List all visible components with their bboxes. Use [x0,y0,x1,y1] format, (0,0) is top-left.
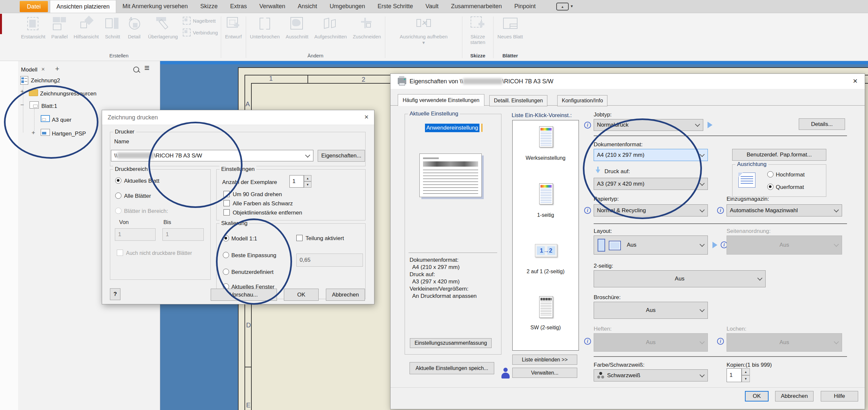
broschuere-combo[interactable]: Aus [594,302,708,319]
info-icon[interactable]: i [584,338,591,345]
hilfsansicht-button[interactable]: Hilfsansicht [70,13,102,39]
tree-expand-icon[interactable]: + [20,89,24,94]
querformat-radio[interactable] [767,184,774,190]
abbrechen-button[interactable]: Abbrechen [775,391,813,402]
help-icon[interactable]: ? [110,288,120,300]
spin-up-icon[interactable]: ▲ [742,368,750,375]
tree-item-blatt1[interactable]: Blatt:1 [41,103,57,109]
nagelbrett-button[interactable]: Nagelbrett [183,17,218,25]
zuschneiden-button[interactable]: Zuschneiden [350,13,384,39]
expand-arrow-icon[interactable] [708,122,712,128]
benutzerdefiniert-radio[interactable] [223,269,229,275]
add-tab-icon[interactable]: + [55,65,59,73]
eigenschaften-button[interactable]: Eigenschaften... [318,150,365,162]
ok-button[interactable]: OK [745,391,769,402]
aufgeschnitten-button[interactable]: Aufgeschnitten [311,13,350,39]
browser-menu-icon[interactable]: ≡ [145,63,150,73]
verbindung-button[interactable]: Verbindung [183,28,218,37]
tree-item-a3-quer[interactable]: A3 quer [52,117,71,123]
parallel-button[interactable]: Parallel [48,13,70,39]
details-button[interactable]: Details... [799,118,845,130]
schnitt-button[interactable]: Schnitt [102,13,123,39]
info-icon[interactable]: i [717,207,724,214]
alle-blaetter-radio[interactable] [115,193,121,199]
vorschau-button[interactable]: Vorschau... [211,289,277,301]
ok-button[interactable]: OK [284,289,319,301]
ausschnitt-button[interactable]: Ausschnitt [283,13,311,39]
preset-sw-2-seitig[interactable]: SW (2-seitig) [513,325,579,330]
benutzerdef-papierformat-button[interactable]: Benutzerdef. Pap.format... [732,149,826,161]
neues-blatt-button[interactable]: Neues Blatt [495,13,526,39]
aktuelle-einstellungen-speichern-button[interactable]: Aktuelle Einstellungen speich... [409,362,494,374]
tab-konfiguration-info[interactable]: Konfiguration/Info [557,95,608,106]
ueberlagerung-button[interactable]: Überlagerung [145,13,181,39]
menu-tab-vault[interactable]: Vault [420,0,445,13]
hilfe-button[interactable]: Hilfe [821,391,858,402]
menu-tab-erste-schritte[interactable]: Erste Schritte [371,0,419,13]
info-icon[interactable]: i [584,122,591,129]
preset-werkseinstellung[interactable]: Werkseinstellung [513,155,579,161]
skalierung-wert-field[interactable]: 0,65 [296,254,363,267]
menu-tab-extras[interactable]: Extras [224,0,253,13]
hochformat-radio[interactable] [767,171,774,178]
tree-item-zeichnung2[interactable]: Zeichnung2 [31,77,60,84]
entwurf-button[interactable]: Entwurf [222,13,245,39]
detail-button[interactable]: A Detail [123,13,145,39]
browser-tab-modell[interactable]: Modell [21,67,37,73]
preset-1-seitig[interactable]: 1-seitig [513,212,579,218]
oneclick-preset-list[interactable]: Werkseinstellung 1-seitig 1→2 2 auf 1 (2… [512,120,579,351]
menu-tab-ansichten-platzieren[interactable]: Ansichten platzieren [50,0,116,13]
jobtyp-combo[interactable]: Normaldruck [594,119,703,131]
papiertyp-combo[interactable]: Normal & Recycling [594,204,708,217]
anzahl-exemplare-stepper[interactable]: ▲▼ [304,175,311,188]
beste-einpassung-radio[interactable] [223,252,229,258]
close-tab-icon[interactable]: × [41,66,45,73]
anwendereinstellung-selected-text[interactable]: Anwendereinstellung [425,124,479,132]
objektlinienstaerke-checkbox[interactable] [223,209,230,216]
menu-tab-ansicht[interactable]: Ansicht [291,0,323,13]
kopien-field[interactable]: 1 [726,368,742,382]
aktuelles-blatt-radio[interactable] [115,178,121,184]
preset-2-auf-1[interactable]: 2 auf 1 (2-seitig) [513,269,579,275]
modell-1-1-radio[interactable] [223,235,229,242]
menu-tab-umgebungen[interactable]: Umgebungen [323,0,371,13]
zweiseitig-combo[interactable]: Aus [594,270,766,287]
alle-farben-checkbox[interactable] [223,200,230,206]
anzahl-exemplare-field[interactable]: 1 [289,175,304,188]
tab-haeufig-verwendete[interactable]: Häufig verwendete Einstellungen [398,94,484,106]
menu-tab-zusammenarbeiten[interactable]: Zusammenarbeiten [445,0,508,13]
tab-detaill-einstellungen[interactable]: Detaill. Einstellungen [489,95,547,106]
menu-tab-verwalten[interactable]: Verwalten [253,0,291,13]
tree-collapse-icon[interactable]: − [20,103,24,107]
auch-nicht-druckbare-checkbox[interactable] [117,250,123,256]
skizze-starten-button[interactable]: Skizze starten [463,13,492,45]
expand-arrow-icon[interactable] [712,242,717,248]
einzugsmagazin-combo[interactable]: Automatische Magazinwahl [726,204,842,217]
von-field[interactable]: 1 [115,228,156,241]
tree-item-zeichnungsressourcen[interactable]: Zeichnungsressourcen [40,91,96,97]
farbe-schwarzweiss-combo[interactable]: Schwarzweiß [594,369,708,381]
seitenanordnung-combo[interactable]: Aus [726,235,842,255]
spin-up-icon[interactable]: ▲ [304,175,311,181]
bis-field[interactable]: 1 [162,228,204,241]
tree-item-hartgen-psp[interactable]: Hartgen_PSP [52,130,86,137]
unterbrochen-button[interactable]: Unterbrochen [247,13,283,39]
close-icon[interactable]: × [853,76,858,86]
um-90-grad-checkbox[interactable] [223,191,230,197]
lochen-combo[interactable]: Aus [726,333,842,352]
heften-combo[interactable]: Aus [594,333,708,352]
layout-combo[interactable]: Aus [594,235,708,255]
kopien-stepper[interactable]: ▲▼ [742,368,750,382]
abbrechen-button[interactable]: Abbrechen [326,289,365,301]
verwalten-button[interactable]: Verwalten... [512,368,577,378]
druck-auf-combo[interactable]: A3 (297 x 420 mm) [594,178,708,190]
ausrichtung-aufheben-button[interactable]: ✕ Ausrichtung aufheben ▾ [386,13,461,45]
tree-expand-icon[interactable]: + [31,130,35,135]
menu-tab-skizze[interactable]: Skizze [194,0,224,13]
printer-name-combo[interactable]: \\\RICOH 7B A3 S/W [111,150,313,161]
spin-down-icon[interactable]: ▼ [304,181,311,188]
close-icon[interactable]: × [364,113,369,121]
search-icon[interactable] [133,67,139,72]
erstansicht-button[interactable]: Erstansicht [18,13,48,39]
info-icon[interactable]: i [717,338,724,345]
